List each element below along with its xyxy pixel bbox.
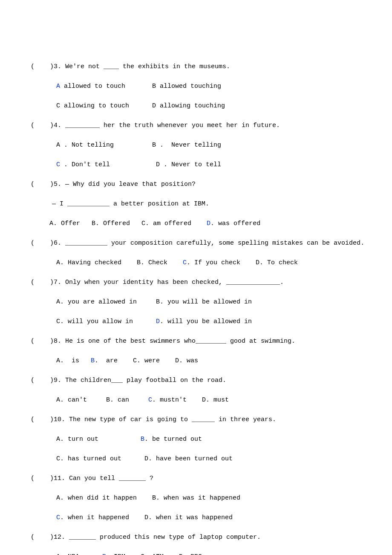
option-highlight: C	[56, 514, 60, 521]
option-text: D. To check	[256, 259, 298, 266]
option-text: A. you are allowed in	[56, 298, 156, 306]
option-text: A. Offer	[49, 220, 92, 227]
question-7-options-row-1: A. you are allowed in B. you will be all…	[31, 297, 363, 307]
option-text: A. turn out	[56, 436, 141, 443]
question-10-stem: ( )10. The new type of car is going to _…	[31, 415, 363, 425]
option-text: . when it happened	[60, 514, 144, 521]
option-text: C allowing to touch	[56, 102, 152, 110]
option-text: B. Offered	[92, 220, 141, 227]
question-4-options-row-2: C . Don't tell D . Never to tell	[31, 160, 363, 170]
option-text: allowed to touch	[60, 83, 152, 90]
option-text: C. has turned out	[56, 455, 144, 462]
option-highlight: B	[102, 553, 106, 555]
option-text: . Don't tell	[60, 161, 152, 168]
option-text: D. must	[202, 396, 229, 404]
option-text: A. when did it happen	[56, 494, 152, 502]
option-text: D. was	[175, 357, 198, 364]
question-11-stem: ( )11. Can you tell _______ ?	[31, 474, 363, 484]
option-highlight: D	[156, 318, 160, 325]
option-text: A. is	[56, 357, 91, 364]
option-text: D allowing touching	[152, 102, 225, 110]
option-text: D . Never to tell	[152, 161, 221, 168]
question-5-options: A. Offer B. Offered C. am offered D. was…	[31, 219, 363, 229]
option-text: B. when was it happened	[152, 494, 240, 502]
option-text: C. were	[133, 357, 175, 364]
question-9-stem: ( )9. The children___ play football on t…	[31, 376, 363, 386]
document-page: ( )3. We're not ____ the exhibits in the…	[0, 0, 392, 555]
option-text: . be turned out	[144, 436, 202, 443]
option-text: B. you will be allowed in	[156, 298, 252, 306]
option-text: D. when it was happened	[144, 514, 233, 521]
question-11-options-row-2: C. when it happened D. when it was happe…	[31, 513, 363, 523]
option-text: A. NBA	[56, 553, 102, 555]
option-text: B . Never telling	[152, 142, 221, 149]
question-6-options: A. Having checked B. Check C. If you che…	[31, 258, 363, 268]
option-text: D. have been turned out	[144, 455, 233, 462]
question-7-options-row-2: C. will you allow in D. will you be allo…	[31, 317, 363, 327]
option-text: . IBM	[106, 553, 141, 555]
question-5-stem: ( )5. — Why did you leave that position?	[31, 179, 363, 190]
option-highlight: A	[56, 83, 60, 90]
question-7-stem: ( )7. Only when your identity has been c…	[31, 278, 363, 288]
question-3-options-row-1: A allowed to touch B allowed touching	[31, 81, 363, 92]
question-5-sub: — I ___________ a better position at IBM…	[31, 199, 363, 209]
option-text: A. Having checked	[56, 259, 137, 266]
question-4-stem: ( )4. _________ her the truth whenever y…	[31, 121, 363, 131]
option-text: C. ATM	[141, 553, 179, 555]
option-text: . If you check	[187, 259, 256, 266]
question-12-options: A. NBA B. IBM C. ATM D. BBC	[31, 552, 363, 555]
option-text: B. can	[106, 396, 148, 404]
option-highlight: D	[207, 220, 210, 227]
option-highlight: C	[56, 161, 60, 168]
option-text: . was offered	[210, 220, 260, 227]
option-highlight: C	[148, 396, 152, 404]
option-text: . will you be allowed in	[160, 318, 252, 325]
question-3-options-row-2: C allowing to touch D allowing touching	[31, 101, 363, 111]
option-text: C. will you allow in	[56, 318, 156, 325]
question-9-options: A. can't B. can C. mustn't D. must	[31, 395, 363, 405]
option-highlight: B	[141, 436, 144, 443]
option-highlight: B	[91, 357, 95, 364]
question-10-options-row-2: C. has turned out D. have been turned ou…	[31, 454, 363, 464]
question-3-stem: ( )3. We're not ____ the exhibits in the…	[31, 62, 363, 72]
option-text: B allowed touching	[152, 83, 221, 90]
option-text: D. BBC	[179, 553, 202, 555]
question-10-options-row-1: A. turn out B. be turned out	[31, 434, 363, 445]
option-text: A . Not telling	[56, 142, 152, 149]
question-11-options-row-1: A. when did it happen B. when was it hap…	[31, 493, 363, 503]
option-text: . are	[95, 357, 133, 364]
question-6-stem: ( )6. ___________ your composition caref…	[31, 238, 363, 249]
option-text: B. Check	[137, 259, 183, 266]
question-8-stem: ( )8. He is one of the best swimmers who…	[31, 336, 363, 347]
option-text: . mustn't	[152, 396, 202, 404]
option-text: A. can't	[56, 396, 106, 404]
question-8-options: A. is B. are C. were D. was	[31, 356, 363, 366]
option-text: C. am offered	[141, 220, 207, 227]
question-12-stem: ( )12. _______ produced this new type of…	[31, 532, 363, 543]
question-4-options-row-1: A . Not telling B . Never telling	[31, 140, 363, 150]
option-highlight: C	[183, 259, 187, 266]
